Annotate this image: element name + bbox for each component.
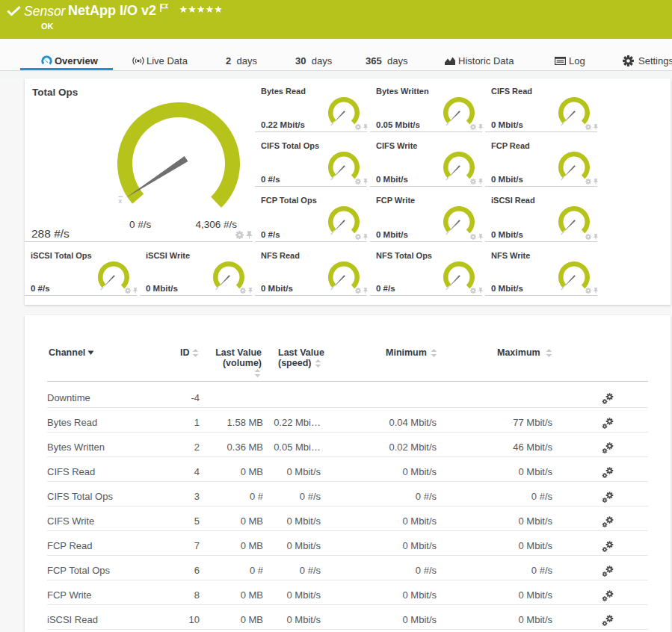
svg-text:x: x bbox=[119, 197, 123, 205]
